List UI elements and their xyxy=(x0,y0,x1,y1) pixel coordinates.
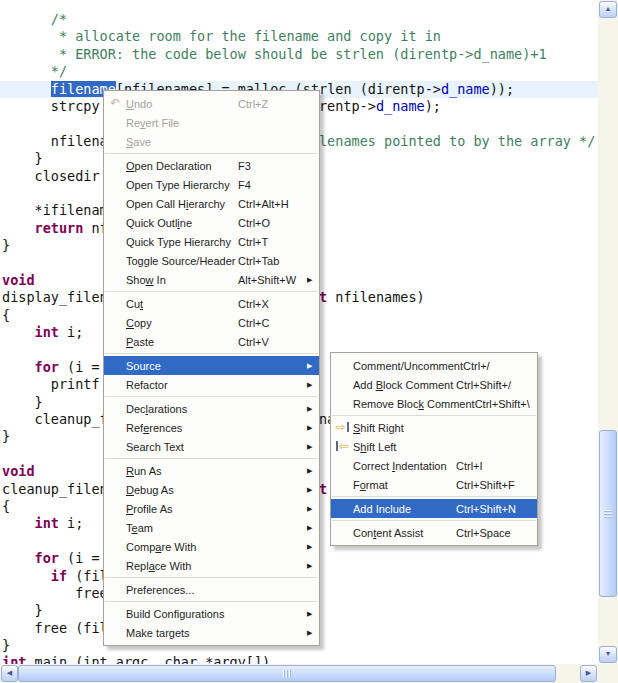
vertical-scrollbar[interactable]: ▲ ▼ xyxy=(598,0,618,664)
scroll-right-button[interactable]: ▶ xyxy=(580,665,597,682)
menu-item-label: Add Include xyxy=(353,503,456,515)
menu-item-copy[interactable]: CopyCtrl+C xyxy=(104,313,319,332)
menu-item-search-text[interactable]: Search Text▶ xyxy=(104,437,319,456)
menu-item-label: Show In xyxy=(126,274,238,286)
menu-separator xyxy=(105,353,318,354)
menu-item-shift-left[interactable]: ⇦Shift Left xyxy=(331,437,537,456)
menu-item-save[interactable]: Save xyxy=(104,132,319,151)
menu-separator xyxy=(105,458,318,459)
menu-separator xyxy=(105,577,318,578)
menu-separator xyxy=(105,601,318,602)
menu-item-content-assist[interactable]: Content AssistCtrl+Space xyxy=(331,523,537,542)
menu-item-shift-right[interactable]: ⇨Shift Right xyxy=(331,418,537,437)
menu-item-debug-as[interactable]: Debug As▶ xyxy=(104,480,319,499)
menu-item-label: Search Text xyxy=(126,441,238,453)
horizontal-scrollbar[interactable]: ◀ ▶ xyxy=(0,664,598,683)
menu-item-quick-outline[interactable]: Quick OutlineCtrl+O xyxy=(104,213,319,232)
menu-item-open-declaration[interactable]: Open DeclarationF3 xyxy=(104,156,319,175)
menu-shortcut: Ctrl+T xyxy=(238,236,307,248)
menu-item-correct-indentation[interactable]: Correct IndentationCtrl+I xyxy=(331,456,537,475)
menu-item-label: Declarations xyxy=(126,403,238,415)
menu-item-label: Source xyxy=(126,360,238,372)
submenu-arrow-icon: ▶ xyxy=(307,362,319,370)
menu-item-label: Open Call Hierarchy xyxy=(126,198,238,210)
menu-item-open-call-hierarchy[interactable]: Open Call HierarchyCtrl+Alt+H xyxy=(104,194,319,213)
vertical-scroll-thumb[interactable] xyxy=(599,430,617,597)
menu-item-label: Build Configurations xyxy=(126,608,238,620)
menu-item-open-type-hierarchy[interactable]: Open Type HierarchyF4 xyxy=(104,175,319,194)
menu-item-preferences[interactable]: Preferences... xyxy=(104,580,319,599)
menu-item-toggle-source-header[interactable]: Toggle Source/HeaderCtrl+Tab xyxy=(104,251,319,270)
menu-item-label: Compare With xyxy=(126,541,238,553)
menu-item-declarations[interactable]: Declarations▶ xyxy=(104,399,319,418)
menu-separator xyxy=(332,415,536,416)
menu-separator xyxy=(105,153,318,154)
menu-separator xyxy=(332,520,536,521)
code-line: * ERROR: the code below should be strlen… xyxy=(0,46,598,63)
menu-shortcut: Ctrl+X xyxy=(238,298,307,310)
submenu-arrow-icon: ▶ xyxy=(307,276,319,284)
code-line: */ xyxy=(0,63,598,80)
menu-item-refactor[interactable]: Refactor▶ xyxy=(104,375,319,394)
scroll-down-button[interactable]: ▼ xyxy=(599,646,617,663)
menu-shortcut: Alt+Shift+W xyxy=(238,274,307,286)
menu-item-label: Shift Right xyxy=(353,422,456,434)
menu-shortcut: Ctrl+O xyxy=(238,217,307,229)
down-arrow-icon: ▼ xyxy=(605,650,612,658)
menu-item-label: Open Type Hierarchy xyxy=(126,179,238,191)
menu-item-label: Replace With xyxy=(126,560,238,572)
menu-shortcut: Ctrl+V xyxy=(238,336,307,348)
menu-item-make-targets[interactable]: Make targets▶ xyxy=(104,623,319,642)
code-line: /* xyxy=(0,11,598,28)
menu-item-cut[interactable]: CutCtrl+X xyxy=(104,294,319,313)
menu-item-label: Add Block Comment xyxy=(353,379,456,391)
scroll-up-button[interactable]: ▲ xyxy=(599,1,617,18)
menu-item-label: Save xyxy=(126,136,238,148)
menu-item-label: Format xyxy=(353,479,456,491)
shift-left-icon: ⇦ xyxy=(331,437,353,456)
menu-item-add-block-comment[interactable]: Add Block CommentCtrl+Shift+/ xyxy=(331,375,537,394)
menu-item-paste[interactable]: PasteCtrl+V xyxy=(104,332,319,351)
menu-item-label: Remove Block Comment xyxy=(353,398,475,410)
menu-item-run-as[interactable]: Run As▶ xyxy=(104,461,319,480)
undo-icon: ↶ xyxy=(104,94,126,113)
menu-item-replace-with[interactable]: Replace With▶ xyxy=(104,556,319,575)
submenu-arrow-icon: ▶ xyxy=(307,629,319,637)
submenu-arrow-icon: ▶ xyxy=(307,505,319,513)
menu-item-revert-file[interactable]: Revert File xyxy=(104,113,319,132)
menu-item-team[interactable]: Team▶ xyxy=(104,518,319,537)
horizontal-scroll-thumb[interactable] xyxy=(18,665,556,682)
submenu-arrow-icon: ▶ xyxy=(307,381,319,389)
menu-item-format[interactable]: FormatCtrl+Shift+F xyxy=(331,475,537,494)
thumb-grip-icon xyxy=(604,510,612,518)
menu-item-add-include[interactable]: Add IncludeCtrl+Shift+N xyxy=(331,499,537,518)
menu-shortcut: Ctrl+C xyxy=(238,317,307,329)
menu-shortcut: Ctrl+Tab xyxy=(238,255,307,267)
menu-item-show-in[interactable]: Show InAlt+Shift+W▶ xyxy=(104,270,319,289)
menu-item-profile-as[interactable]: Profile As▶ xyxy=(104,499,319,518)
menu-item-source[interactable]: Source▶ xyxy=(104,356,319,375)
menu-item-label: Preferences... xyxy=(126,584,238,596)
menu-item-label: Profile As xyxy=(126,503,238,515)
menu-item-label: Team xyxy=(126,522,238,534)
up-arrow-icon: ▲ xyxy=(605,5,612,13)
menu-item-build-configurations[interactable]: Build Configurations▶ xyxy=(104,604,319,623)
scroll-left-button[interactable]: ◀ xyxy=(1,665,18,682)
menu-shortcut: F3 xyxy=(238,160,307,172)
menu-item-label: Comment/Uncomment xyxy=(353,360,463,372)
menu-shortcut: Ctrl+Z xyxy=(238,98,307,110)
menu-item-comment-uncomment[interactable]: Comment/UncommentCtrl+/ xyxy=(331,356,537,375)
submenu-arrow-icon: ▶ xyxy=(307,524,319,532)
submenu-arrow-icon: ▶ xyxy=(307,467,319,475)
menu-item-references[interactable]: References▶ xyxy=(104,418,319,437)
menu-item-remove-block-comment[interactable]: Remove Block CommentCtrl+Shift+\ xyxy=(331,394,537,413)
menu-item-undo[interactable]: ↶UndoCtrl+Z xyxy=(104,94,319,113)
code-line: * allocate room for the filename and cop… xyxy=(0,28,598,45)
menu-item-label: Run As xyxy=(126,465,238,477)
menu-item-label: Revert File xyxy=(126,117,238,129)
menu-item-label: Make targets xyxy=(126,627,238,639)
menu-item-label: Quick Type Hierarchy xyxy=(126,236,238,248)
submenu-arrow-icon: ▶ xyxy=(307,424,319,432)
menu-item-compare-with[interactable]: Compare With▶ xyxy=(104,537,319,556)
menu-item-quick-type-hierarchy[interactable]: Quick Type HierarchyCtrl+T xyxy=(104,232,319,251)
